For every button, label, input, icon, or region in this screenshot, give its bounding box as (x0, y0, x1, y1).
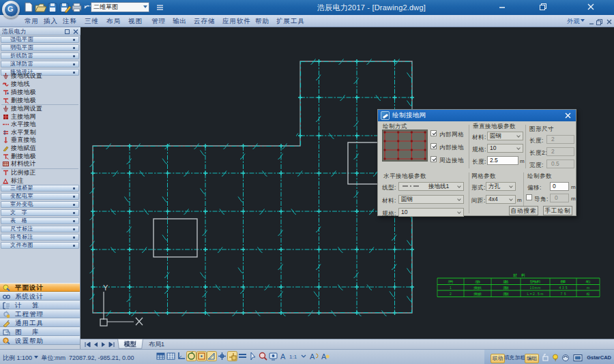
svg-text:接地极: 接地极 (473, 292, 482, 296)
svg-text:数量: 数量 (561, 279, 566, 284)
svg-text:单位: 单位 (585, 279, 591, 284)
svg-text:435: 435 (559, 286, 568, 290)
svg-text:m: m (587, 286, 589, 290)
svg-text:型号材料: 型号材料 (530, 279, 541, 284)
svg-text:序号: 序号 (448, 279, 454, 284)
svg-text:名称: 名称 (475, 279, 480, 284)
svg-text:圆钢: 圆钢 (503, 286, 509, 290)
svg-text:接地线: 接地线 (473, 286, 482, 290)
svg-text:圆钢: 圆钢 (503, 292, 509, 297)
svg-text:?: ? (5, 339, 8, 344)
svg-text:根: 根 (587, 292, 590, 296)
svg-text:1: 1 (450, 286, 452, 290)
svg-text:规格: 规格 (503, 279, 509, 284)
svg-text:L=2.5m: L=2.5m (527, 292, 544, 296)
svg-text:A: A (280, 352, 286, 361)
svg-text:2: 2 (450, 292, 452, 296)
svg-text:Y: Y (103, 284, 108, 292)
svg-text:A: A (310, 352, 315, 361)
svg-text:1:1: 1:1 (289, 354, 297, 360)
svg-text:10mm: 10mm (530, 286, 541, 290)
